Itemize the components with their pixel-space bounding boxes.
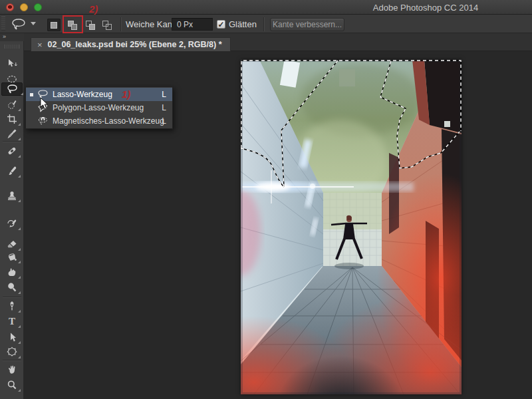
window-title: Adobe Photoshop CC 2014: [306, 3, 532, 13]
menu-item-shortcut: L: [162, 103, 166, 112]
document-image[interactable]: [241, 60, 462, 394]
options-bar: Weiche Kante: ✓ Glätten Kante verbessern…: [0, 15, 532, 33]
quick-selection-tool-icon: [7, 99, 17, 110]
smudge-tool[interactable]: [5, 265, 19, 279]
document-tab[interactable]: × 02_06_leaks.psd bei 25% (Ebene 2, RGB/…: [31, 37, 231, 51]
tools-panel: »: [0, 33, 24, 399]
selection-mode-new-button[interactable]: [47, 19, 61, 31]
selection-mode-subtract-button[interactable]: [84, 19, 97, 31]
photoshop-window: Adobe Photoshop CC 2014 Weiche Kante: ✓ …: [0, 0, 532, 399]
spot-healing-tool[interactable]: [5, 144, 19, 158]
close-window-button[interactable]: [6, 3, 14, 11]
menu-item-shortcut: L: [162, 116, 166, 126]
history-brush-tool-icon: [7, 218, 17, 229]
divider: [3, 141, 21, 142]
selected-tool-bullet: [30, 93, 33, 96]
lasso-icon: [11, 18, 27, 30]
dodge-tool[interactable]: [5, 281, 19, 294]
path-selection-tool-icon: [7, 332, 17, 342]
menu-item-label: Magnetisches-Lasso-Werkzeug: [53, 116, 164, 126]
separator: [263, 17, 264, 31]
antialias-label[interactable]: Glätten: [229, 19, 257, 29]
feather-input[interactable]: [172, 18, 213, 31]
separator: [120, 17, 121, 31]
lasso-tool-icon: [7, 84, 18, 95]
brush-tool-icon: [7, 166, 17, 176]
custom-shape-tool-icon: [7, 346, 17, 357]
custom-shape-tool[interactable]: [5, 345, 19, 358]
smudge-tool-icon: [7, 267, 17, 277]
crop-tool[interactable]: [5, 112, 19, 126]
gradient-tool[interactable]: [5, 250, 19, 263]
menu-item-magnetic-lasso[interactable]: Magnetisches-Lasso-Werkzeug L: [26, 114, 172, 128]
quick-selection-tool[interactable]: [5, 98, 19, 111]
type-tool[interactable]: T: [5, 315, 19, 328]
clone-stamp-tool-icon: [7, 190, 17, 201]
clone-stamp-tool[interactable]: [5, 189, 19, 202]
titlebar: Adobe Photoshop CC 2014: [0, 0, 532, 15]
menu-item-shortcut: L: [162, 90, 166, 99]
antialias-checkbox[interactable]: ✓: [217, 20, 225, 29]
hand-tool[interactable]: [5, 363, 19, 376]
selection-marquee: [241, 60, 462, 394]
zoom-tool-icon: [7, 380, 17, 390]
eyedropper-tool-icon: [7, 128, 17, 139]
gradient-tool-icon: [7, 251, 17, 262]
collapse-panel-button[interactable]: »: [0, 33, 24, 41]
eraser-tool[interactable]: [5, 237, 19, 251]
chevron-down-icon[interactable]: [31, 22, 36, 25]
minimize-window-button[interactable]: [20, 3, 28, 11]
eraser-tool-icon: [7, 239, 17, 249]
spot-healing-tool-icon: [7, 146, 17, 156]
move-tool[interactable]: [5, 57, 19, 70]
annotation-red-box: [63, 15, 83, 33]
menu-item-label: Polygon-Lasso-Werkzeug: [53, 103, 144, 112]
brush-tool[interactable]: [5, 164, 19, 178]
pen-tool[interactable]: [5, 299, 19, 313]
type-tool-icon: T: [7, 316, 17, 327]
options-bar-grip[interactable]: [1, 17, 5, 31]
annotation-step1: 1): [122, 88, 130, 100]
eyedropper-tool[interactable]: [5, 127, 19, 140]
close-tab-icon[interactable]: ×: [37, 41, 43, 49]
mouse-cursor: [40, 97, 49, 110]
move-tool-icon: [7, 59, 17, 69]
history-brush-tool[interactable]: [5, 217, 19, 230]
zoom-tool[interactable]: [5, 378, 19, 392]
magnetic-lasso-icon: [37, 116, 49, 126]
refine-edge-button[interactable]: Kante verbessern...: [270, 18, 344, 31]
document-tab-title: 02_06_leaks.psd bei 25% (Ebene 2, RGB/8)…: [48, 40, 222, 49]
crop-tool-icon: [7, 114, 17, 124]
dodge-tool-icon: [7, 282, 17, 293]
panel-grip[interactable]: [5, 45, 19, 49]
svg-text:T: T: [9, 316, 15, 327]
divider: [3, 360, 21, 360]
menu-item-label: Lasso-Werkzeug: [53, 90, 112, 99]
pen-tool-icon: [7, 301, 17, 311]
lasso-tool[interactable]: [1, 82, 23, 96]
path-selection-tool[interactable]: [5, 331, 19, 344]
selection-mode-intersect-button[interactable]: [100, 19, 114, 31]
zoom-window-button[interactable]: [34, 3, 42, 11]
annotation-step2: 2): [89, 3, 98, 15]
document-tab-bar: × 02_06_leaks.psd bei 25% (Ebene 2, RGB/…: [24, 33, 532, 51]
divider: [3, 297, 21, 297]
hand-tool-icon: [7, 364, 17, 375]
